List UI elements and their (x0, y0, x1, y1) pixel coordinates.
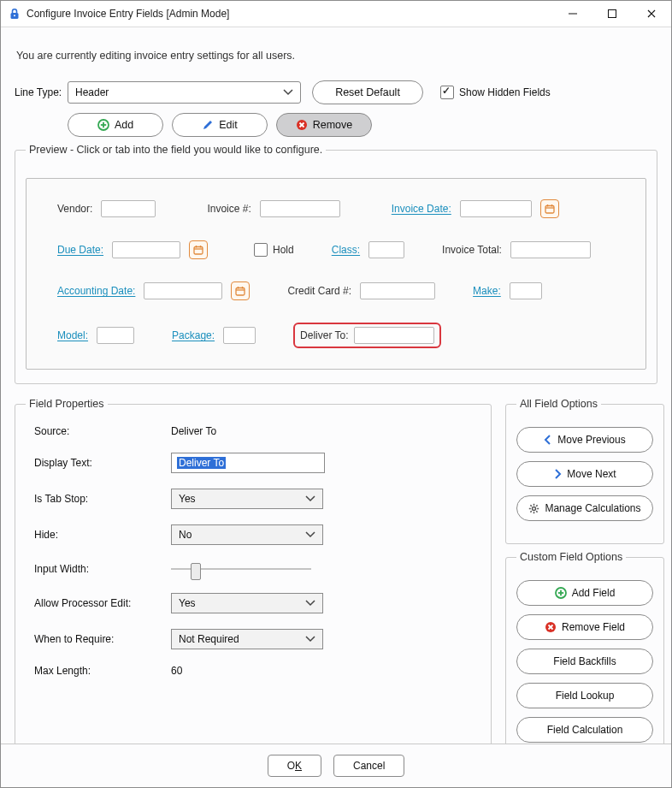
all-field-options-legend: All Field Options (516, 398, 601, 410)
make-input[interactable] (510, 282, 542, 299)
gear-icon (528, 503, 539, 514)
hold-checkbox[interactable]: Hold (254, 243, 294, 257)
svg-line-32 (531, 511, 532, 512)
invoice-date-calendar-button[interactable] (540, 199, 559, 218)
close-button[interactable] (632, 1, 671, 27)
make-link[interactable]: Make: (473, 285, 501, 297)
credit-card-num-input[interactable] (360, 282, 435, 299)
hold-label: Hold (273, 244, 294, 256)
slider-thumb[interactable] (191, 563, 201, 580)
line-type-label: Line Type: (15, 86, 68, 98)
fp-max-length-row: Max Length: 60 (34, 665, 480, 677)
svg-rect-12 (545, 206, 554, 214)
custom-field-options-fieldset: Custom Field Options Add Field Remove Fi… (505, 551, 664, 744)
display-text-value: Deliver To (177, 457, 226, 469)
title-bar: Configure Invoice Entry Fields [Admin Mo… (1, 1, 671, 27)
invoice-num-input[interactable] (260, 200, 340, 217)
hide-select[interactable]: No (171, 524, 323, 545)
package-input[interactable] (223, 327, 256, 344)
fp-max-length-value: 60 (171, 665, 182, 677)
ok-prefix: O (287, 760, 295, 772)
field-backfills-label: Field Backfills (553, 655, 616, 667)
x-circle-icon (296, 119, 308, 131)
field-calculation-button[interactable]: Field Calculation (516, 717, 653, 743)
fp-when-require-label: When to Require: (34, 633, 171, 645)
move-next-label: Move Next (567, 468, 616, 480)
class-input[interactable] (368, 241, 404, 258)
svg-point-24 (533, 507, 536, 510)
is-tab-stop-value: Yes (179, 493, 196, 505)
invoice-total-input[interactable] (510, 241, 591, 258)
svg-line-31 (537, 505, 538, 506)
deliver-to-input[interactable] (354, 327, 434, 344)
fp-when-require-row: When to Require: Not Required (34, 629, 480, 649)
lower-panels: Field Properties Source: Deliver To Disp… (15, 391, 657, 744)
credit-card-num-label: Credit Card #: (287, 285, 351, 297)
display-text-input[interactable]: Deliver To (171, 453, 325, 473)
svg-line-5 (648, 10, 655, 17)
checkbox-icon (254, 243, 268, 257)
fp-hide-row: Hide: No (34, 524, 480, 545)
chevron-down-icon (283, 86, 293, 98)
add-button[interactable]: Add (68, 113, 163, 137)
model-input[interactable] (97, 327, 134, 344)
fp-hide-label: Hide: (34, 529, 171, 541)
accounting-date-link[interactable]: Accounting Date: (57, 285, 135, 297)
calendar-icon (193, 245, 203, 255)
due-date-link[interactable]: Due Date: (57, 244, 103, 256)
is-tab-stop-select[interactable]: Yes (171, 489, 323, 509)
edit-button[interactable]: Edit (172, 113, 268, 137)
svg-line-30 (537, 511, 538, 512)
remove-button[interactable]: Remove (276, 113, 372, 137)
vendor-input[interactable] (101, 200, 156, 217)
move-previous-button[interactable]: Move Previous (516, 427, 653, 453)
accounting-date-calendar-button[interactable] (231, 281, 250, 300)
preview-row-3: Accounting Date: Credit Card #: Make: (57, 281, 622, 300)
invoice-date-link[interactable]: Invoice Date: (392, 203, 451, 215)
fp-allow-processor-label: Allow Processor Edit: (34, 597, 171, 609)
info-text: You are currently editing invoice entry … (16, 50, 657, 62)
reset-default-button[interactable]: Reset Default (312, 80, 423, 104)
when-require-select[interactable]: Not Required (171, 629, 323, 649)
remove-field-button[interactable]: Remove Field (516, 614, 653, 640)
package-link[interactable]: Package: (172, 329, 215, 341)
svg-point-1 (14, 15, 15, 16)
field-backfills-button[interactable]: Field Backfills (516, 649, 653, 674)
chevron-down-icon (305, 633, 315, 645)
minimize-button[interactable] (553, 1, 592, 27)
move-next-button[interactable]: Move Next (516, 461, 653, 487)
due-date-input[interactable] (112, 241, 180, 258)
pencil-icon (202, 119, 214, 131)
accounting-date-input[interactable] (144, 282, 222, 299)
fp-allow-processor-row: Allow Processor Edit: Yes (34, 593, 480, 613)
input-width-slider[interactable] (171, 560, 311, 578)
allow-processor-select[interactable]: Yes (171, 593, 323, 613)
due-date-calendar-button[interactable] (189, 240, 208, 259)
manage-calculations-label: Manage Calculations (545, 502, 640, 514)
plus-circle-icon (555, 587, 567, 599)
line-type-select[interactable]: Header (68, 81, 301, 104)
deliver-to-selected-field[interactable]: Deliver To: (293, 323, 440, 348)
show-hidden-fields-checkbox[interactable]: Show Hidden Fields (440, 86, 551, 99)
maximize-button[interactable] (592, 1, 632, 27)
edit-label: Edit (219, 119, 238, 131)
class-link[interactable]: Class: (332, 244, 360, 256)
ok-mnemonic: K (295, 760, 302, 772)
fp-input-width-row: Input Width: (34, 560, 480, 578)
show-hidden-fields-label: Show Hidden Fields (459, 86, 551, 98)
line-type-row: Line Type: Header Reset Default Show Hid… (15, 80, 657, 104)
ok-button[interactable]: OK (268, 755, 321, 777)
invoice-date-input[interactable] (460, 200, 532, 217)
field-properties-legend: Field Properties (26, 398, 108, 410)
fp-display-text-label: Display Text: (34, 457, 171, 469)
calendar-icon (545, 204, 555, 214)
remove-label: Remove (313, 119, 353, 131)
field-lookup-button[interactable]: Field Lookup (516, 683, 653, 708)
manage-calculations-button[interactable]: Manage Calculations (516, 495, 653, 521)
deliver-to-label: Deliver To: (300, 329, 348, 341)
invoice-num-label: Invoice #: (207, 203, 251, 215)
cancel-button[interactable]: Cancel (333, 755, 404, 777)
invoice-total-label: Invoice Total: (442, 244, 502, 256)
add-field-button[interactable]: Add Field (516, 580, 653, 606)
model-link[interactable]: Model: (57, 329, 88, 341)
